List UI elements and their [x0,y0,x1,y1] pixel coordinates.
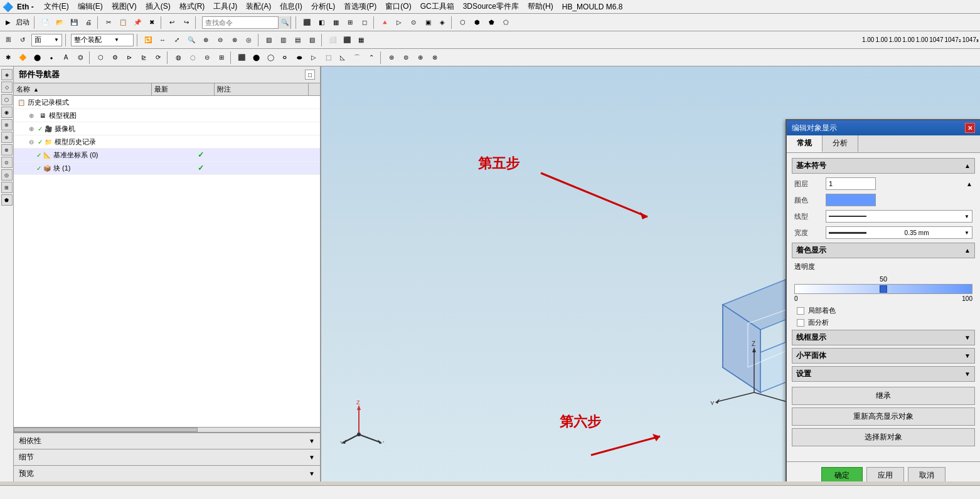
strip-btn-3[interactable]: ⬡ [1,94,13,105]
render-btn-1[interactable]: ▨ [262,33,276,47]
layer-input[interactable] [826,177,876,190]
tb-btn-b1[interactable]: 🔺 [378,16,391,29]
menu-item-view[interactable]: 视图(V) [108,0,141,13]
rehighlight-btn[interactable]: 重新高亮显示对象 [792,407,975,426]
row3-btn-10[interactable]: ⊵ [137,51,151,65]
nav-section-dependency[interactable]: 相依性 ▼ [14,433,320,449]
tb-btn-a3[interactable]: ▦ [329,16,343,29]
tb-btn-c2[interactable]: ⬢ [470,16,484,29]
r1[interactable]: ↺ [16,33,29,47]
strip-btn-7[interactable]: ⊗ [1,144,13,155]
nav-col-latest[interactable]: 最新 [152,83,215,95]
extra-btn-1[interactable]: ⬜ [326,33,339,47]
row3-btn-9[interactable]: ⊳ [122,51,136,65]
assembly-dropdown[interactable]: 整个装配 ▼ [71,34,134,46]
search-button[interactable]: 🔍 [278,16,290,29]
tb-btn-a2[interactable]: ◧ [314,16,328,29]
nav-maximize-btn[interactable]: □ [305,70,315,80]
apply-btn[interactable]: 应用 [866,467,904,481]
tb-btn-a4[interactable]: ⊞ [343,16,357,29]
local-color-checkbox[interactable] [797,307,804,315]
transparency-slider-thumb[interactable] [880,285,887,293]
cut-btn[interactable]: ✂ [102,16,115,29]
face-dropdown[interactable]: 面 ▼ [31,34,62,46]
nav-section-preview[interactable]: 预览 ▼ [14,465,320,481]
copy-btn[interactable]: 📋 [116,16,130,29]
menu-item-file[interactable]: 文件(E) [40,0,73,13]
tree-item-model-history[interactable]: ⊖ ✓ 📁 模型历史记录 [14,135,320,149]
extra-btn-2[interactable]: ⬛ [340,33,354,47]
start-button[interactable]: ▶ [1,16,15,29]
render-btn-4[interactable]: ▧ [306,33,319,47]
search-input[interactable] [203,17,278,28]
nav-col-note[interactable]: 附注 [215,83,309,95]
menu-item-edit[interactable]: 编辑(E) [74,0,107,13]
row3-btn-27[interactable]: ⊚ [399,51,413,65]
search-box[interactable]: 🔍 [202,16,291,29]
row3-btn-26[interactable]: ⊛ [385,51,398,65]
ok-btn[interactable]: 确定 [821,467,863,481]
tb-btn-c1[interactable]: ⬡ [455,16,469,29]
nav-col-name[interactable]: 名称 ▲ [14,83,152,95]
view-btn-8[interactable]: ◎ [242,33,256,47]
section-facet[interactable]: 小平面体 ▼ [792,348,975,364]
row3-btn-15[interactable]: ⊞ [215,51,228,65]
row3-btn-3[interactable]: ⬤ [30,51,44,65]
row3-btn-6[interactable]: ⏣ [73,51,87,65]
redo-btn[interactable]: ↪ [179,16,193,29]
menu-item-info[interactable]: 信息(I) [276,0,306,13]
tb-btn-b5[interactable]: ◈ [435,16,449,29]
menu-item-insert[interactable]: 插入(S) [142,0,174,13]
menu-item-tools[interactable]: 工具(J) [210,0,241,13]
strip-btn-8[interactable]: ⊙ [1,157,13,168]
checkbox-local-color[interactable]: 局部着色 [792,306,975,315]
view-btn-2[interactable]: ↔ [156,33,169,47]
row3-btn-14[interactable]: ⊝ [200,51,214,65]
row3-btn-28[interactable]: ⊕ [413,51,427,65]
row3-btn-17[interactable]: ⬤ [249,51,263,65]
view-btn-3[interactable]: ⤢ [170,33,184,47]
strip-btn-4[interactable]: ◉ [1,107,13,118]
print-btn[interactable]: 🖨 [82,16,95,29]
face-label-btn[interactable]: 面 [1,33,15,47]
menu-item-gc[interactable]: GC工具箱 [417,0,458,13]
row3-btn-1[interactable]: ✱ [1,51,15,65]
row3-btn-4[interactable]: ⬥ [45,51,58,65]
tab-general[interactable]: 常规 [787,135,823,152]
render-btn-3[interactable]: ▤ [291,33,305,47]
save-btn[interactable]: 💾 [67,16,81,29]
section-settings[interactable]: 设置 ▼ [792,366,975,382]
tree-item-camera[interactable]: ⊕ ✓ 🎥 摄像机 [14,122,320,135]
menu-item-hb[interactable]: HB_MOULD M6.8 [558,1,627,13]
strip-btn-10[interactable]: ⊞ [1,182,13,193]
width-select[interactable]: 0.35 mm ▼ [826,226,972,239]
undo-btn[interactable]: ↩ [165,16,179,29]
view-btn-6[interactable]: ⊖ [213,33,227,47]
row3-btn-29[interactable]: ⊗ [428,51,442,65]
row3-btn-19[interactable]: ⭘ [278,51,292,65]
inherit-btn[interactable]: 继承 [792,387,975,405]
new-btn[interactable]: 📄 [38,16,52,29]
row3-btn-11[interactable]: ⟳ [151,51,165,65]
view-btn-4[interactable]: 🔍 [184,33,198,47]
tb-btn-a5[interactable]: ◻ [358,16,371,29]
view-btn-7[interactable]: ⊗ [228,33,242,47]
view-btn-1[interactable]: 🔁 [141,33,155,47]
row3-btn-20[interactable]: ⬬ [292,51,306,65]
row3-btn-24[interactable]: ⌒ [350,51,364,65]
row3-btn-12[interactable]: ◍ [171,51,185,65]
row3-btn-13[interactable]: ◌ [186,51,200,65]
select-new-btn[interactable]: 选择新对象 [792,428,975,446]
section-basic-symbol[interactable]: 基本符号 ▲ [792,158,975,174]
row3-btn-5[interactable]: A [59,51,73,65]
row3-btn-8[interactable]: ⚙ [108,51,122,65]
row3-btn-22[interactable]: ⬚ [321,51,335,65]
row3-btn-23[interactable]: ◺ [336,51,349,65]
row3-btn-25[interactable]: ⌃ [365,51,378,65]
tab-analysis[interactable]: 分析 [823,135,858,152]
menu-item-window[interactable]: 窗口(O) [381,0,415,13]
viewport[interactable]: 第五步 第六步 [321,66,980,481]
tb-btn-b4[interactable]: ▣ [421,16,435,29]
transparency-slider-track[interactable] [794,284,972,294]
row3-btn-21[interactable]: ▷ [307,51,321,65]
